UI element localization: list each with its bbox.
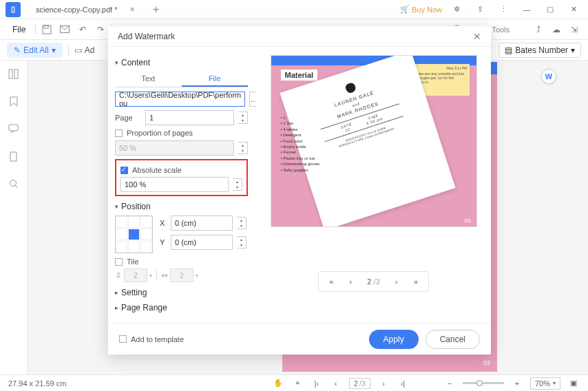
- prev-page-icon[interactable]: ‹: [330, 377, 342, 390]
- proportion-checkbox[interactable]: [115, 129, 123, 137]
- mail-icon[interactable]: [58, 23, 72, 36]
- pager-next[interactable]: ›: [390, 275, 403, 288]
- svg-rect-3: [9, 70, 12, 78]
- next-page-icon[interactable]: ›: [377, 377, 390, 390]
- x-offset-input[interactable]: 0 (cm): [171, 215, 233, 231]
- buy-now-link[interactable]: 🛒 Buy Now: [400, 5, 442, 14]
- absolute-scale-input[interactable]: 100 %: [120, 177, 229, 192]
- x-spinner[interactable]: ▴▾: [237, 217, 246, 229]
- browse-button[interactable]: …: [249, 92, 256, 107]
- y-offset-input[interactable]: 0 (cm): [171, 235, 233, 250]
- pager-first[interactable]: «: [324, 275, 338, 288]
- tile-label: Tile: [127, 257, 138, 266]
- section-page-range[interactable]: Page Range: [115, 303, 248, 313]
- page-number-input[interactable]: 2/3: [349, 378, 370, 389]
- buy-now-label: Buy Now: [412, 6, 442, 14]
- share-icon[interactable]: ⇪: [471, 2, 489, 17]
- tab-title: science-copy-Copy.pdf *: [36, 6, 117, 14]
- pencil-icon: ✎: [14, 45, 21, 55]
- word-export-badge[interactable]: W: [541, 69, 556, 84]
- absolute-scale-checkbox[interactable]: [120, 167, 128, 174]
- apple-icon: [344, 82, 357, 94]
- dialog-close-icon[interactable]: ✕: [473, 31, 481, 42]
- file-menu[interactable]: File: [7, 23, 31, 36]
- add-button[interactable]: ▭ Ad: [74, 45, 95, 55]
- section-content[interactable]: Content: [115, 58, 248, 67]
- section-position[interactable]: Position: [115, 202, 248, 211]
- window-close[interactable]: ✕: [565, 2, 582, 17]
- bates-number-button[interactable]: ▤ Bates Number ▾: [498, 43, 581, 58]
- select-tool-icon[interactable]: ⌖: [291, 377, 304, 390]
- page-dimensions: 27.94 x 21.59 cm: [8, 379, 66, 388]
- chevron-down-icon: ▾: [571, 45, 575, 55]
- redo-icon[interactable]: ↷: [94, 23, 107, 36]
- left-panel: [0, 61, 28, 374]
- tab-file[interactable]: File: [182, 72, 249, 87]
- page-input[interactable]: 1: [145, 110, 234, 125]
- zoom-in-icon[interactable]: +: [511, 377, 523, 390]
- bates-label: Bates Number: [515, 45, 568, 55]
- cart-icon: 🛒: [400, 5, 410, 14]
- y-spinner[interactable]: ▴▾: [237, 236, 246, 249]
- last-page-icon[interactable]: ›|: [397, 377, 409, 390]
- proportion-spinner: ▴▾: [238, 142, 248, 154]
- thumbnails-icon[interactable]: [8, 67, 20, 80]
- upload-icon[interactable]: ⤴: [532, 23, 545, 36]
- pager-prev[interactable]: ‹: [344, 275, 357, 288]
- document-tab[interactable]: science-copy-Copy.pdf * ×: [28, 1, 143, 18]
- add-watermark-dialog: Add Watermark ✕ Content Text File C:\Use…: [108, 26, 491, 355]
- add-template-checkbox[interactable]: [119, 335, 127, 343]
- bookmark-icon[interactable]: [8, 95, 20, 107]
- page-label: Page: [115, 114, 141, 122]
- window-minimize[interactable]: —: [518, 2, 536, 17]
- search-panel-icon[interactable]: [8, 178, 20, 190]
- x-label: X: [160, 219, 167, 227]
- edit-all-label: Edit All: [23, 45, 49, 55]
- apply-button[interactable]: Apply: [369, 330, 419, 349]
- dialog-footer: Add to template Apply Cancel: [108, 323, 491, 355]
- titlebar: ▯ science-copy-Copy.pdf * × + 🛒 Buy Now …: [0, 0, 588, 19]
- pager-last[interactable]: »: [409, 275, 423, 288]
- export-icon[interactable]: ⇲: [567, 23, 581, 36]
- hand-tool-icon[interactable]: ✋: [272, 377, 284, 390]
- proportion-label: Proportion of pages: [127, 129, 193, 137]
- kebab-icon[interactable]: ⋮: [494, 2, 512, 17]
- undo-icon[interactable]: ↶: [76, 23, 90, 36]
- tab-close-icon[interactable]: ×: [129, 4, 135, 14]
- zoom-select[interactable]: 70%▾: [530, 377, 560, 390]
- tab-text[interactable]: Text: [115, 72, 182, 87]
- add-label: Ad: [85, 45, 95, 55]
- page-spinner[interactable]: ▴▾: [238, 112, 248, 124]
- preview-bullets: • 1• 1 Sac• 4 tables• Detergent• Food co…: [281, 115, 320, 173]
- window-maximize[interactable]: ▢: [541, 2, 559, 17]
- absolute-scale-spinner[interactable]: ▴▾: [233, 178, 242, 191]
- svg-rect-5: [9, 125, 18, 131]
- save-icon[interactable]: [40, 23, 54, 36]
- comment-icon[interactable]: [8, 123, 20, 135]
- zoom-slider[interactable]: [463, 382, 504, 384]
- tile-rows-input: 2: [124, 268, 147, 282]
- position-center[interactable]: [128, 229, 140, 240]
- edit-all-button[interactable]: ✎ Edit All ▾: [7, 43, 63, 58]
- svg-rect-6: [10, 152, 17, 161]
- bg-page-number: 03: [483, 359, 490, 366]
- section-setting[interactable]: Setting: [115, 288, 248, 297]
- bates-icon: ▤: [505, 45, 512, 55]
- cancel-button[interactable]: Cancel: [426, 330, 480, 349]
- dialog-title: Add Watermark: [118, 32, 175, 41]
- tile-cols-input: 2: [170, 268, 193, 282]
- app-icon: ▯: [6, 2, 21, 17]
- gift-icon[interactable]: ✲: [448, 2, 465, 17]
- new-tab-button[interactable]: +: [149, 3, 163, 16]
- absolute-scale-highlight: Absolute scale 100 % ▴▾: [115, 159, 248, 196]
- cloud-icon[interactable]: ☁: [549, 23, 563, 36]
- tile-checkbox[interactable]: [115, 258, 123, 266]
- first-page-icon[interactable]: |‹: [311, 377, 323, 390]
- position-grid[interactable]: [115, 215, 153, 253]
- attachment-icon[interactable]: [8, 150, 20, 162]
- zoom-out-icon[interactable]: −: [443, 377, 456, 390]
- dialog-preview-panel: Material Wed 3:11 PM the molecules are v…: [256, 47, 491, 323]
- file-path-input[interactable]: C:\Users\Geili\Desktop\PDF\perform ou: [115, 92, 245, 107]
- fit-page-icon[interactable]: ▣: [567, 377, 580, 390]
- proportion-input: 50 %: [115, 140, 234, 156]
